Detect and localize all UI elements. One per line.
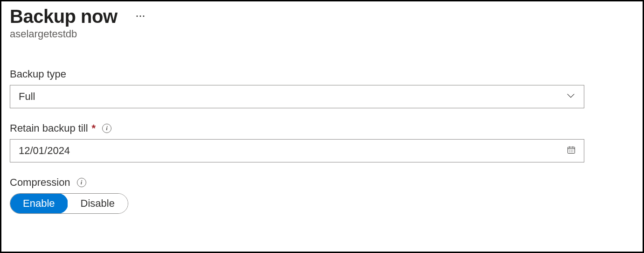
backup-type-label: Backup type — [10, 68, 66, 80]
info-icon[interactable]: i — [102, 124, 111, 133]
calendar-icon[interactable] — [567, 145, 576, 156]
compression-disable-button[interactable]: Disable — [68, 194, 128, 213]
retain-backup-label: Retain backup till — [10, 122, 88, 134]
compression-enable-button[interactable]: Enable — [10, 193, 68, 214]
resource-subtitle: aselargetestdb — [10, 28, 634, 40]
compression-toggle: Enable Disable — [10, 193, 128, 214]
compression-field: Compression i Enable Disable — [10, 176, 634, 214]
more-options-icon[interactable]: ··· — [136, 12, 146, 21]
backup-type-field: Backup type Full — [10, 68, 634, 108]
backup-type-select[interactable]: Full — [10, 85, 584, 108]
compression-label: Compression — [10, 176, 70, 189]
page-title: Backup now — [10, 6, 118, 27]
retain-backup-date-input[interactable] — [10, 139, 584, 162]
info-icon[interactable]: i — [77, 178, 86, 187]
retain-backup-field: Retain backup till * i — [10, 122, 634, 162]
required-indicator: * — [92, 122, 96, 134]
